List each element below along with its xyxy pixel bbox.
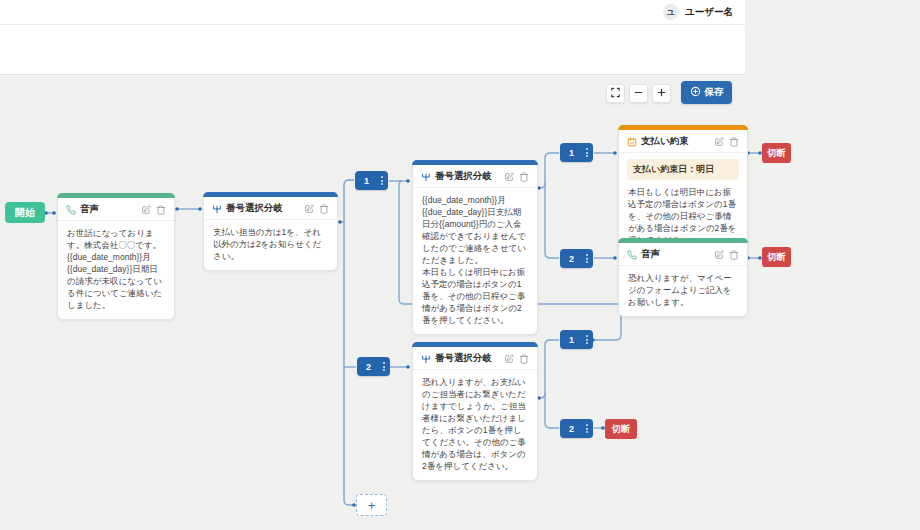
phone-icon bbox=[66, 205, 76, 215]
node-title: 番号選択分岐 bbox=[226, 202, 283, 215]
kebab-menu-icon[interactable] bbox=[583, 148, 593, 157]
trash-icon[interactable] bbox=[519, 172, 529, 182]
node-body: 恐れ入りますが、お支払いのご担当者にお繋ぎいただけますでしょうか。ご担当者様にお… bbox=[413, 370, 537, 480]
save-button-label: 保存 bbox=[705, 86, 724, 99]
node-title: 音声 bbox=[80, 203, 99, 216]
voice-node-1[interactable]: 音声 お世話になっております。株式会社〇〇です。{{due_date_month… bbox=[57, 193, 175, 320]
disconnect-node-3[interactable]: 切断 bbox=[605, 419, 637, 439]
user-avatar[interactable]: ユ bbox=[663, 4, 679, 20]
voice-node-2[interactable]: 音声 恐れ入りますが、マイページのフォームよりご記入をお願いします。 bbox=[618, 238, 748, 317]
branch-icon bbox=[421, 172, 431, 182]
start-node[interactable]: 開始 bbox=[5, 202, 45, 223]
option-node-2[interactable]: 2 bbox=[357, 357, 390, 376]
trash-icon[interactable] bbox=[156, 205, 166, 215]
page-header bbox=[0, 25, 745, 75]
option-number: 2 bbox=[560, 424, 583, 434]
node-title: 音声 bbox=[641, 248, 660, 261]
kebab-menu-icon[interactable] bbox=[583, 254, 593, 263]
node-body: {{due_date_month}}月{{due_date_day}}日支払期日… bbox=[413, 188, 537, 334]
branch-node-1[interactable]: 番号選択分岐 支払い担当の方は1を、それ以外の方は2をお知らせください。 bbox=[203, 192, 338, 271]
edit-icon[interactable] bbox=[141, 205, 151, 215]
trash-icon[interactable] bbox=[319, 204, 329, 214]
payment-promise-node[interactable]: 支払い約束 支払い約束日：明日 本日もしくは明日中にお振込予定の場合はボタンの1… bbox=[618, 125, 748, 255]
edit-icon[interactable] bbox=[714, 250, 724, 260]
option-number: 1 bbox=[560, 335, 583, 345]
branch-node-3[interactable]: 番号選択分岐 恐れ入りますが、お支払いのご担当者にお繋ぎいただけますでしょうか。… bbox=[412, 342, 538, 481]
kebab-menu-icon[interactable] bbox=[378, 176, 388, 185]
edit-icon[interactable] bbox=[304, 204, 314, 214]
option-node-2b[interactable]: 2 bbox=[560, 249, 593, 268]
option-node-1b[interactable]: 1 bbox=[560, 143, 593, 162]
top-bar: ユ ユーザー名 bbox=[0, 0, 745, 25]
circle-plus-icon bbox=[690, 86, 701, 99]
calendar-check-icon bbox=[627, 137, 637, 147]
promise-date-highlight: 支払い約束日：明日 bbox=[627, 159, 739, 180]
node-title: 支払い約束 bbox=[641, 135, 689, 148]
node-title: 番号選択分岐 bbox=[435, 170, 492, 183]
save-button[interactable]: 保存 bbox=[681, 81, 732, 104]
plus-icon bbox=[656, 87, 667, 101]
kebab-menu-icon[interactable] bbox=[380, 362, 390, 371]
username-label[interactable]: ユーザー名 bbox=[685, 6, 733, 19]
disconnect-node-1[interactable]: 切断 bbox=[762, 143, 791, 163]
trash-icon[interactable] bbox=[519, 354, 529, 364]
edit-icon[interactable] bbox=[714, 137, 724, 147]
trash-icon[interactable] bbox=[729, 137, 739, 147]
option-node-1[interactable]: 1 bbox=[355, 171, 388, 190]
branch-icon bbox=[421, 354, 431, 364]
option-number: 1 bbox=[560, 148, 583, 158]
node-body: お世話になっております。株式会社〇〇です。{{due_date_month}}月… bbox=[58, 221, 174, 319]
disconnect-node-2[interactable]: 切断 bbox=[762, 247, 791, 267]
fit-view-button[interactable] bbox=[606, 84, 625, 103]
zoom-out-button[interactable] bbox=[629, 84, 648, 103]
trash-icon[interactable] bbox=[729, 250, 739, 260]
branch-icon bbox=[212, 204, 222, 214]
minus-icon bbox=[633, 87, 644, 101]
node-title: 番号選択分岐 bbox=[435, 352, 492, 365]
option-number: 1 bbox=[355, 176, 378, 186]
kebab-menu-icon[interactable] bbox=[583, 424, 593, 433]
edit-icon[interactable] bbox=[504, 354, 514, 364]
node-body: 恐れ入りますが、マイページのフォームよりご記入をお願いします。 bbox=[619, 266, 747, 316]
phone-icon bbox=[627, 250, 637, 260]
kebab-menu-icon[interactable] bbox=[583, 335, 593, 344]
fit-view-icon bbox=[610, 87, 621, 101]
edit-icon[interactable] bbox=[504, 172, 514, 182]
option-number: 2 bbox=[357, 362, 380, 372]
option-number: 2 bbox=[560, 254, 583, 264]
node-body: 支払い担当の方は1を、それ以外の方は2をお知らせください。 bbox=[204, 220, 337, 270]
zoom-in-button[interactable] bbox=[652, 84, 671, 103]
branch-node-2[interactable]: 番号選択分岐 {{due_date_month}}月{{due_date_day… bbox=[412, 160, 538, 335]
option-node-1c[interactable]: 1 bbox=[560, 330, 593, 349]
add-branch-button[interactable]: + bbox=[356, 494, 387, 516]
option-node-2c[interactable]: 2 bbox=[560, 419, 593, 438]
